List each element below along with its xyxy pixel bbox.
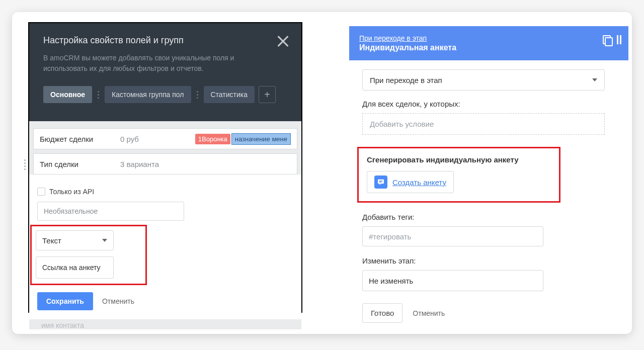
add-tab-button[interactable]: +: [259, 86, 276, 103]
tags-input[interactable]: #тегировать: [362, 226, 543, 246]
copy-icon[interactable]: [603, 35, 612, 44]
modal-subtitle: В amoCRM вы можете добавлять свои уникал…: [43, 53, 255, 74]
stage-badge: назначение менe: [231, 133, 291, 145]
cancel-button[interactable]: Отменить: [102, 297, 134, 305]
api-only-checkbox-row[interactable]: Только из API: [37, 188, 293, 196]
stage-select[interactable]: Не изменять: [362, 270, 543, 291]
automation-body: При переходе в этап Для всех сделок, у к…: [349, 60, 628, 328]
automation-header: При переходе в этап Индивидуальная анкет…: [349, 26, 628, 60]
field-label: Тип сделки: [40, 160, 120, 168]
form-actions: Сохранить Отменить: [37, 292, 293, 310]
create-survey-button[interactable]: Создать анкету: [367, 171, 454, 193]
field-name-input[interactable]: Ссылка на анкету: [36, 256, 114, 279]
drag-handle-icon[interactable]: [24, 159, 26, 170]
drag-handle-icon[interactable]: [195, 91, 200, 99]
chevron-down-icon: [102, 239, 107, 242]
field-value: 0 руб: [120, 135, 195, 143]
drag-handle-icon[interactable]: [96, 91, 101, 99]
screenshot-canvas: Настройка свойств полей и групп В amoCRM…: [12, 12, 632, 334]
tab-statistics[interactable]: Статистика: [204, 86, 255, 103]
checkbox-icon[interactable]: [37, 188, 45, 196]
tags-label: Добавить теги:: [362, 213, 617, 221]
automation-title: Индивидуальная анкета: [359, 43, 618, 52]
tab-custom-group[interactable]: Кастомная группа пол: [105, 86, 191, 103]
field-value: 3 варианта: [120, 160, 291, 168]
field-row-budget[interactable]: Бюджет сделки 0 руб 1Воронка назначение …: [33, 128, 297, 149]
panel-actions: Готово Отменить: [362, 303, 617, 323]
api-only-label: Только из API: [49, 188, 94, 196]
chat-icon: [374, 176, 387, 189]
svg-rect-0: [378, 180, 384, 184]
trigger-select[interactable]: При переходе в этап: [362, 69, 605, 91]
field-type-select[interactable]: Текст: [36, 230, 114, 250]
generate-section: Сгенерировать индивидуальную анкету Созд…: [357, 147, 560, 203]
conditions-label: Для всех сделок, у которых:: [362, 100, 617, 108]
optional-input[interactable]: Необязательное: [37, 202, 184, 221]
chevron-down-icon: [592, 78, 597, 81]
close-icon[interactable]: [274, 32, 292, 50]
save-button[interactable]: Сохранить: [37, 292, 93, 310]
add-condition-input[interactable]: Добавить условие: [362, 113, 605, 135]
generate-title: Сгенерировать индивидуальную анкету: [367, 155, 551, 164]
fields-list: Бюджет сделки 0 руб 1Воронка назначение …: [29, 121, 301, 174]
create-survey-link[interactable]: Создать анкету: [392, 178, 446, 187]
pipeline-badge: 1Воронка: [195, 134, 230, 144]
field-editor-popup: Только из API Необязательное Текст Ссылк…: [29, 179, 301, 319]
contact-name-hint: имя контакта: [29, 319, 301, 329]
header-actions: [603, 35, 621, 44]
change-stage-label: Изменить этап:: [362, 256, 617, 265]
cancel-button[interactable]: Отменить: [413, 309, 445, 317]
pause-icon[interactable]: [617, 35, 621, 44]
done-button[interactable]: Готово: [362, 303, 403, 323]
highlighted-section: Текст Ссылка на анкету: [30, 225, 147, 285]
field-settings-modal: Настройка свойств полей и групп В amoCRM…: [28, 22, 302, 313]
modal-header: Настройка свойств полей и групп В amoCRM…: [29, 23, 301, 121]
field-label: Бюджет сделки: [40, 135, 120, 143]
tab-main[interactable]: Основное: [43, 86, 92, 103]
field-row-type[interactable]: Тип сделки 3 варианта: [33, 153, 297, 174]
tabs-row: Основное Кастомная группа пол Статистика…: [43, 74, 287, 111]
modal-title: Настройка свойств полей и групп: [43, 35, 287, 46]
trigger-link[interactable]: При переходе в этап: [359, 34, 618, 42]
automation-panel: При переходе в этап Индивидуальная анкет…: [349, 26, 628, 328]
